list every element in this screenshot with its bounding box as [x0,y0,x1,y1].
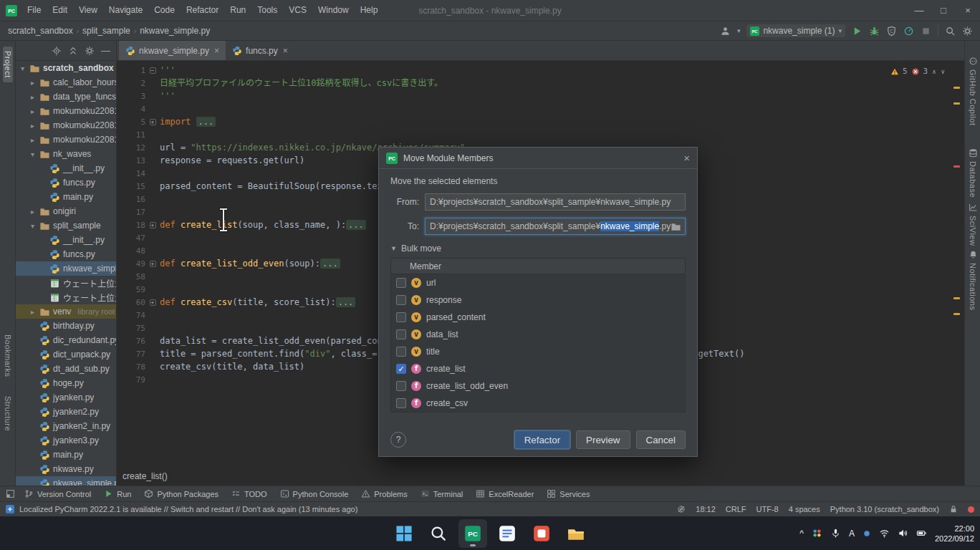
code-line[interactable]: 5+import ... [117,115,964,128]
chevron-down-icon[interactable]: ▾ [19,64,27,72]
fold-marker-icon[interactable]: − [150,67,156,74]
chevron-right-icon[interactable]: ▸ [29,208,37,216]
taskbar-red-app-icon[interactable] [527,519,556,548]
tool-window-button-terminal[interactable]: Terminal [414,486,470,501]
chevron-right-icon[interactable]: ▸ [29,93,37,101]
member-row-response[interactable]: vresponse [391,291,685,309]
code-line[interactable]: 3''' [117,90,964,102]
editor-breadcrumb[interactable]: create_list() [123,470,168,483]
tool-window-button-todo[interactable]: TODO [225,486,274,501]
member-row-create_list[interactable]: ✓fcreate_list [391,360,685,377]
tree-item-calc_labor_hours[interactable]: ▸calc_labor_hours [16,75,116,90]
maximize-button[interactable]: □ [931,0,956,21]
tree-item-nkwave_simple-py[interactable]: nkwave_simple.py [16,261,116,276]
member-checkbox[interactable] [396,347,406,357]
menu-run[interactable]: Run [224,0,251,21]
tree-item-nkwave_simple-py[interactable]: nkwave_simple.py [16,476,116,486]
tree-item-nkwave-py[interactable]: nkwave.py [16,462,116,476]
tree-item-data_type_funcs[interactable]: ▸data_type_funcs [16,90,116,104]
breadcrumb-item[interactable]: nkwave_simple.py [139,26,211,36]
wifi-icon[interactable] [879,528,890,539]
tool-stripe-github-copilot[interactable]: GitHub Copilot [965,57,980,126]
previous-problem-icon[interactable]: ∧ [931,65,936,78]
battery-icon[interactable] [916,528,927,539]
chevron-down-icon[interactable]: ▾ [29,150,37,158]
tool-window-button-python-packages[interactable]: Python Packages [138,486,225,501]
tool-window-button-python-console[interactable]: Python Console [274,486,355,501]
menu-navigate[interactable]: Navigate [103,0,148,21]
member-row-title[interactable]: vtitle [391,343,685,360]
user-icon[interactable] [720,26,731,37]
tree-item-venv[interactable]: ▸venvlibrary root [16,304,116,319]
tree-item--10-2[interactable]: ウェート上位10銘柄2 [16,276,116,290]
dialog-close-icon[interactable]: × [683,152,690,164]
hide-panel-icon[interactable]: — [101,45,110,56]
tree-item-__init__-py[interactable]: __init__.py [16,233,116,247]
tool-stripe-sciview[interactable]: SciView [965,203,980,246]
breadcrumb-item[interactable]: scratch_sandbox [7,26,74,36]
tool-stripe-notifications[interactable]: Notifications [965,250,980,310]
chevron-right-icon[interactable]: ▸ [29,136,37,144]
refactor-button[interactable]: Refactor [514,430,570,449]
taskbar-search-icon[interactable] [424,519,453,548]
member-checkbox[interactable] [396,278,406,288]
run-config-selector[interactable]: PC nkwave_simple (1) ▾ [746,24,845,37]
line-separator-indicator[interactable]: CRLF [726,505,746,513]
tree-item-mokumoku220817[interactable]: ▸mokumoku220817 [16,132,116,147]
code-line[interactable]: 11 [117,128,964,141]
member-checkbox[interactable] [396,295,406,305]
help-button[interactable]: ? [390,432,406,448]
member-checkbox[interactable]: ✓ [396,364,406,374]
panel-settings-gear-icon[interactable] [85,46,95,56]
tree-item-jyanken3-py[interactable]: jyanken3.py [16,433,116,448]
member-row-create_csv[interactable]: fcreate_csv [391,395,685,412]
tool-stripe-bookmarks[interactable]: Bookmarks [0,334,16,377]
code-line[interactable]: 4 [117,102,964,115]
menu-tools[interactable]: Tools [251,0,283,21]
breadcrumb-item[interactable]: split_sample [82,26,131,36]
tree-item-split_sample[interactable]: ▾split_sample [16,218,116,233]
code-line[interactable]: 1−''' [117,64,964,77]
chevron-down-icon[interactable]: ▾ [29,222,37,230]
tree-item-jyanken2-py[interactable]: jyanken2.py [16,405,116,419]
menu-refactor[interactable]: Refactor [181,0,224,21]
search-everywhere-icon[interactable] [945,26,956,37]
tree-item-main-py[interactable]: main.py [16,448,116,462]
menu-help[interactable]: Help [355,0,384,21]
tree-item-funcs-py[interactable]: funcs.py [16,247,116,261]
tree-item-birthday-py[interactable]: birthday.py [16,319,116,333]
start-button[interactable] [390,519,418,548]
close-tab-icon[interactable]: × [214,46,219,56]
settings-gear-icon[interactable] [962,26,973,37]
tray-chevron-icon[interactable]: ^ [799,529,804,539]
member-row-parsed_content[interactable]: vparsed_content [391,309,685,326]
tree-item-funcs-py[interactable]: funcs.py [16,175,116,190]
member-row-url[interactable]: vurl [391,274,685,291]
caret-position[interactable]: 18:12 [696,505,716,513]
fold-marker-icon[interactable]: + [150,222,156,228]
volume-icon[interactable] [898,528,908,539]
indent-indicator[interactable]: 4 spaces [789,505,820,513]
coverage-button[interactable]: C [886,26,897,37]
inspections-widget[interactable]: 5 3 ∧ ∨ [890,65,946,78]
menu-code[interactable]: Code [148,0,181,21]
taskbar-explorer-icon[interactable] [562,519,590,548]
tray-app-icon[interactable] [812,528,822,539]
menu-file[interactable]: File [21,0,47,21]
tool-stripe-database[interactable]: Database [965,148,980,198]
tool-window-button-problems[interactable]: Problems [355,486,413,501]
member-checkbox[interactable] [396,381,406,391]
taskbar-pycharm-icon[interactable]: PC [458,519,487,548]
interpreter-indicator[interactable]: Python 3.10 (scratch_sandbox) [830,505,939,513]
browse-folder-icon[interactable] [671,221,681,232]
tab-nkwave-simple[interactable]: nkwave_simple.py × [119,41,226,60]
microphone-icon[interactable] [830,528,841,539]
cancel-button[interactable]: Cancel [636,430,686,449]
bluetooth-dot-icon[interactable] [863,529,871,538]
fold-marker-icon[interactable]: + [150,261,156,267]
tool-window-button-version-control[interactable]: Version Control [18,486,97,501]
preview-button[interactable]: Preview [576,430,630,449]
tool-windows-icon[interactable] [6,489,15,498]
tree-item-mokumoku220814[interactable]: ▸mokumoku220814 [16,118,116,132]
run-button[interactable] [852,26,863,37]
